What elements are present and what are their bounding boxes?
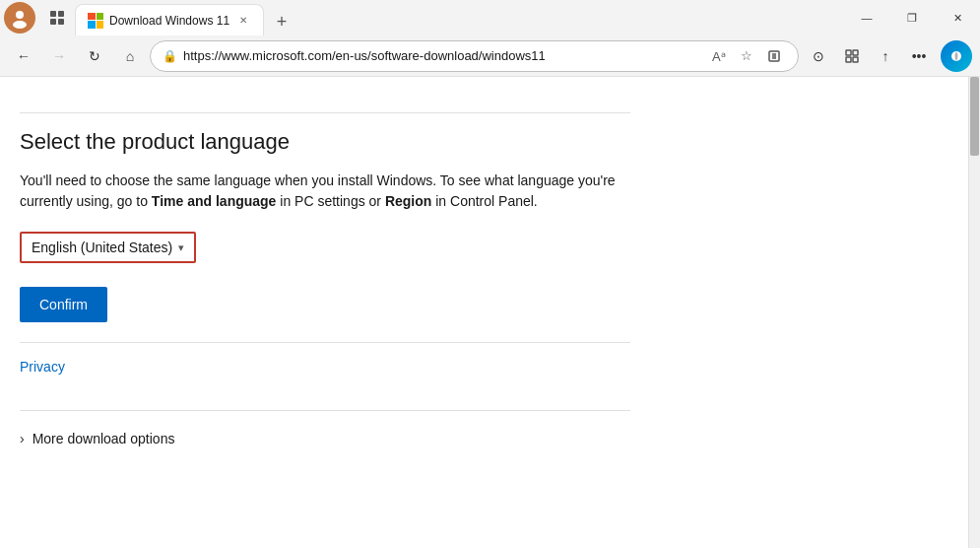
svg-rect-11 (846, 50, 851, 55)
svg-rect-5 (58, 19, 64, 25)
privacy-link[interactable]: Privacy (20, 359, 65, 375)
browser-content: Select the product language You'll need … (0, 77, 968, 548)
tab-close-button[interactable]: ✕ (235, 13, 251, 29)
minimize-button[interactable]: — (844, 0, 889, 35)
svg-rect-13 (846, 57, 851, 62)
tab-title: Download Windows 11 (109, 14, 229, 28)
read-aloud-icon[interactable]: Aᵃ (707, 44, 731, 68)
profile-avatar[interactable] (4, 2, 35, 34)
nav-bar: ← → ↻ ⌂ 🔒 https://www.microsoft.com/en-u… (0, 35, 980, 77)
refresh-button[interactable]: ↻ (79, 40, 110, 72)
options-divider (20, 410, 630, 411)
favorites-icon[interactable]: ☆ (735, 44, 758, 68)
scrollbar[interactable] (968, 77, 980, 548)
desc-text-2: in PC settings or (276, 193, 385, 209)
desc-bold-1: Time and language (152, 193, 277, 209)
description-text: You'll need to choose the same language … (20, 171, 630, 212)
svg-rect-14 (853, 57, 858, 62)
copilot-button[interactable] (941, 40, 972, 72)
active-tab[interactable]: Download Windows 11 ✕ (75, 4, 264, 35)
tab-strip: Download Windows 11 ✕ + (75, 0, 844, 35)
title-bar-left: Download Windows 11 ✕ + (0, 0, 844, 35)
svg-point-0 (16, 11, 24, 19)
history-button[interactable]: ⊙ (803, 40, 834, 72)
confirm-button[interactable]: Confirm (20, 287, 107, 322)
language-dropdown[interactable]: English (United States) ▾ (20, 232, 196, 263)
new-tab-button[interactable]: + (268, 8, 295, 35)
home-button[interactable]: ⌂ (114, 40, 146, 72)
more-button[interactable]: ••• (903, 40, 935, 72)
tabs-icon[interactable] (43, 4, 71, 32)
language-value: English (United States) (32, 240, 172, 255)
top-divider (20, 112, 630, 113)
restore-button[interactable]: ❐ (889, 0, 935, 35)
svg-rect-3 (58, 11, 64, 17)
forward-button[interactable]: → (43, 40, 75, 72)
svg-text:Aᵃ: Aᵃ (712, 49, 726, 63)
nav-right-icons: ⊙ ↑ ••• (803, 40, 972, 72)
window-controls: — ❐ ✕ (844, 0, 980, 35)
browser-content-wrapper: Select the product language You'll need … (0, 77, 980, 548)
svg-rect-4 (50, 19, 56, 25)
desc-bold-2: Region (385, 193, 431, 209)
more-options-text: More download options (33, 431, 175, 446)
tab-favicon (88, 13, 103, 29)
chevron-down-icon: ▾ (178, 241, 184, 254)
collections-icon[interactable] (762, 44, 786, 68)
scrollbar-thumb[interactable] (970, 77, 979, 156)
svg-rect-12 (853, 50, 858, 55)
back-button[interactable]: ← (8, 40, 39, 72)
svg-rect-2 (50, 11, 56, 17)
page-title: Select the product language (20, 129, 630, 155)
address-icons: Aᵃ ☆ (707, 44, 786, 68)
title-bar: Download Windows 11 ✕ + — ❐ ✕ (0, 0, 980, 35)
desc-text-3: in Control Panel. (431, 193, 537, 209)
share-button[interactable]: ↑ (870, 40, 901, 72)
url-text: https://www.microsoft.com/en-us/software… (183, 48, 701, 63)
svg-point-1 (13, 21, 27, 29)
browser-essentials-button[interactable] (836, 40, 868, 72)
chevron-right-icon: › (20, 431, 25, 446)
bottom-divider (20, 342, 630, 343)
address-bar[interactable]: 🔒 https://www.microsoft.com/en-us/softwa… (150, 40, 799, 72)
close-button[interactable]: ✕ (935, 0, 980, 35)
more-download-options[interactable]: › More download options (20, 427, 630, 450)
lock-icon: 🔒 (163, 49, 177, 63)
page-content: Select the product language You'll need … (0, 77, 650, 470)
